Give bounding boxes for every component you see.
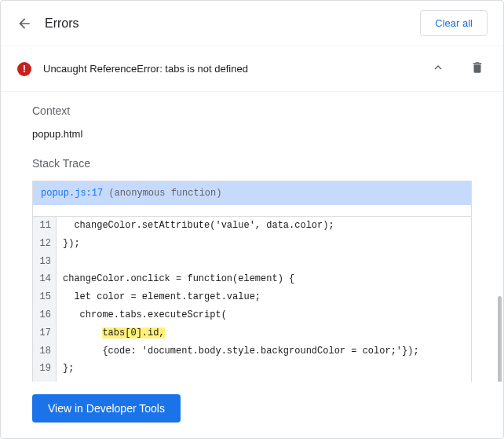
code-line: 12}); [33, 235, 471, 253]
line-text: changeColor.onclick = function(element) … [57, 270, 471, 288]
trash-icon[interactable] [467, 57, 488, 80]
line-text [57, 253, 471, 271]
line-text: }); [57, 235, 471, 253]
code-snippet: 11 changeColor.setAttribute('value', dat… [32, 216, 472, 382]
code-line: 18 {code: 'document.body.style.backgroun… [33, 342, 471, 360]
context-value: popup.html [32, 128, 472, 140]
errors-panel: Errors Clear all ! Uncaught ReferenceErr… [0, 0, 504, 439]
stack-function: (anonymous function) [108, 188, 221, 199]
line-text: tabs[0].id, [57, 324, 471, 342]
clear-all-button[interactable]: Clear all [420, 10, 488, 36]
line-number: 13 [33, 253, 57, 271]
line-text: {code: 'document.body.style.backgroundCo… [57, 342, 471, 360]
line-number: 18 [33, 342, 57, 360]
line-number: 17 [33, 324, 57, 342]
line-number: 20 [33, 378, 57, 382]
highlighted-token: tabs[0].id, [102, 327, 164, 338]
footer: View in Developer Tools [1, 382, 503, 438]
code-line: 16 chrome.tabs.executeScript( [33, 306, 471, 324]
line-number: 11 [33, 217, 57, 235]
line-text: }; [57, 360, 471, 378]
error-summary-row: ! Uncaught ReferenceError: tabs is not d… [1, 46, 503, 92]
line-text [57, 378, 471, 382]
stack-trace-label: Stack Trace [32, 157, 472, 170]
code-line: 15 let color = element.target.value; [33, 288, 471, 306]
line-number: 14 [33, 270, 57, 288]
code-line: 20 [33, 378, 471, 382]
code-line: 11 changeColor.setAttribute('value', dat… [33, 217, 471, 235]
view-in-devtools-button[interactable]: View in Developer Tools [32, 394, 181, 423]
code-line: 13 [33, 253, 471, 271]
code-line: 14changeColor.onclick = function(element… [33, 270, 471, 288]
page-title: Errors [45, 16, 407, 31]
line-number: 15 [33, 288, 57, 306]
stack-frame-header[interactable]: popup.js:17 (anonymous function) [32, 181, 472, 205]
code-line: 17 tabs[0].id, [33, 324, 471, 342]
chevron-up-icon[interactable] [428, 57, 448, 80]
line-number: 12 [33, 235, 57, 253]
context-label: Context [32, 104, 472, 117]
code-line: 19}; [33, 360, 471, 378]
stack-file-link[interactable]: popup.js:17 [41, 188, 103, 199]
header-bar: Errors Clear all [1, 1, 503, 46]
line-text: chrome.tabs.executeScript( [57, 306, 471, 324]
gap [32, 205, 472, 216]
error-details: Context popup.html Stack Trace popup.js:… [1, 92, 503, 382]
error-icon: ! [16, 61, 32, 77]
line-text: let color = element.target.value; [57, 288, 471, 306]
line-text: changeColor.setAttribute('value', data.c… [57, 217, 471, 235]
line-number: 19 [33, 360, 57, 378]
error-message: Uncaught ReferenceError: tabs is not def… [43, 63, 417, 75]
scrollbar-thumb[interactable] [498, 296, 502, 382]
line-number: 16 [33, 306, 57, 324]
back-arrow-icon[interactable] [16, 16, 32, 31]
